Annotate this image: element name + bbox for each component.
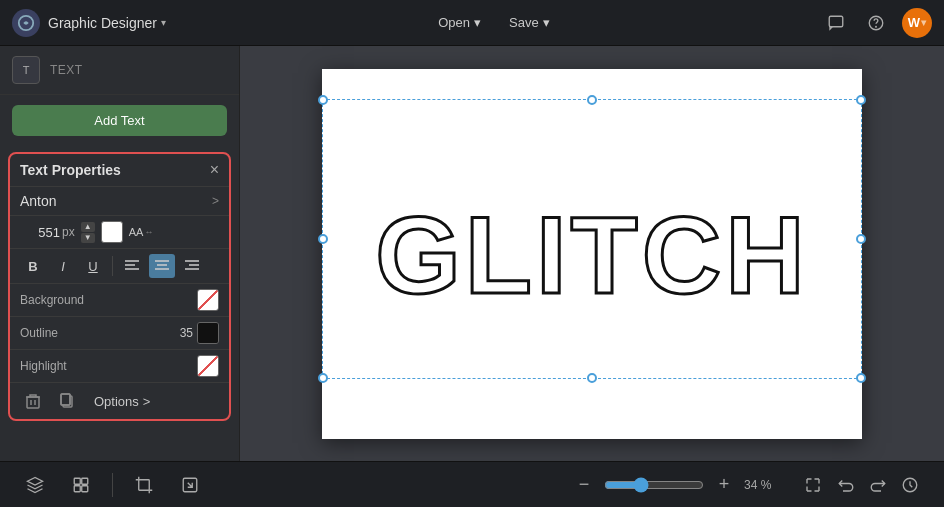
handle-middle-right[interactable] <box>856 234 866 244</box>
align-left-icon <box>125 259 139 274</box>
header-right: W ▾ <box>822 8 932 38</box>
handle-bottom-left[interactable] <box>318 373 328 383</box>
background-row: Background <box>10 284 229 317</box>
zoom-out-button[interactable]: − <box>572 473 596 497</box>
size-unit: px <box>62 225 75 239</box>
swatch-null-indicator <box>198 290 218 310</box>
save-button[interactable]: Save ▾ <box>499 11 560 34</box>
bottom-separator-1 <box>112 473 113 497</box>
sidebar-section-label: TEXT <box>50 63 83 77</box>
zoom-label: 34 % <box>744 478 782 492</box>
grid-button[interactable] <box>66 470 96 500</box>
align-right-icon <box>185 259 199 274</box>
app-name-label: Graphic Designer <box>48 15 157 31</box>
handle-top-right[interactable] <box>856 95 866 105</box>
text-props-title: Text Properties <box>20 162 121 178</box>
svg-rect-22 <box>74 485 80 491</box>
duplicate-button[interactable] <box>54 389 80 413</box>
highlight-row: Highlight <box>10 350 229 383</box>
style-separator <box>112 256 113 276</box>
size-input[interactable] <box>20 225 60 240</box>
handle-bottom-center[interactable] <box>587 373 597 383</box>
svg-rect-1 <box>829 16 843 27</box>
zoom-controls: − + 34 % <box>572 473 782 497</box>
size-down-button[interactable]: ▼ <box>81 233 95 243</box>
add-text-button[interactable]: Add Text <box>12 105 227 136</box>
align-center-icon <box>155 259 169 274</box>
highlight-label: Highlight <box>20 359 197 373</box>
timer-button[interactable] <box>896 471 924 499</box>
svg-point-3 <box>876 26 877 27</box>
chat-icon-button[interactable] <box>822 9 850 37</box>
highlight-swatch[interactable] <box>197 355 219 377</box>
size-arrows: ▲ ▼ <box>81 222 95 243</box>
open-button[interactable]: Open ▾ <box>428 11 491 34</box>
svg-rect-23 <box>82 485 88 491</box>
header-center: Open ▾ Save ▾ <box>166 11 822 34</box>
size-input-wrap: px <box>20 225 75 240</box>
undo-button[interactable] <box>832 471 860 499</box>
size-row: px ▲ ▼ AA ↔ <box>10 216 229 249</box>
options-chevron-icon: > <box>143 394 151 409</box>
background-label: Background <box>20 293 197 307</box>
size-up-button[interactable]: ▲ <box>81 222 95 232</box>
sidebar-top: T TEXT <box>0 46 239 95</box>
bold-button[interactable]: B <box>20 254 46 278</box>
zoom-slider[interactable] <box>604 477 704 493</box>
zoom-plus-icon: + <box>719 474 730 495</box>
align-center-button[interactable] <box>149 254 175 278</box>
canvas-frame[interactable]: GLITCH <box>322 69 862 439</box>
options-button[interactable]: Options > <box>88 390 156 413</box>
redo-button[interactable] <box>864 471 892 499</box>
undo-redo-controls <box>798 470 924 500</box>
outline-color-indicator <box>198 323 218 343</box>
zoom-in-button[interactable]: + <box>712 473 736 497</box>
font-name-label: Anton <box>20 193 212 209</box>
avatar[interactable]: W ▾ <box>902 8 932 38</box>
delete-button[interactable] <box>20 389 46 413</box>
avatar-initials: W <box>908 15 920 30</box>
crop-button[interactable] <box>129 470 159 500</box>
text-properties-panel: Text Properties × Anton > px ▲ ▼ <box>8 152 231 421</box>
open-chevron: ▾ <box>474 15 481 30</box>
align-right-button[interactable] <box>179 254 205 278</box>
italic-button[interactable]: I <box>50 254 76 278</box>
aa-button[interactable]: AA ↔ <box>129 226 154 238</box>
handle-bottom-right[interactable] <box>856 373 866 383</box>
canvas-area: GLITCH <box>240 46 944 461</box>
app-logo <box>12 9 40 37</box>
svg-rect-13 <box>27 397 39 408</box>
text-section-icon: T <box>12 56 40 84</box>
outline-swatch[interactable] <box>197 322 219 344</box>
zoom-minus-icon: − <box>579 474 590 495</box>
svg-rect-21 <box>82 478 88 484</box>
text-color-swatch[interactable] <box>101 221 123 243</box>
export-button[interactable] <box>175 470 205 500</box>
italic-icon: I <box>61 259 65 274</box>
align-left-button[interactable] <box>119 254 145 278</box>
style-row: B I U <box>10 249 229 284</box>
underline-button[interactable]: U <box>80 254 106 278</box>
save-label: Save <box>509 15 539 30</box>
canvas-text[interactable]: GLITCH <box>375 190 808 317</box>
resize-button[interactable] <box>798 470 828 500</box>
props-bottom: Options > <box>10 383 229 419</box>
handle-top-center[interactable] <box>587 95 597 105</box>
help-icon-button[interactable] <box>862 9 890 37</box>
save-chevron: ▾ <box>543 15 550 30</box>
open-label: Open <box>438 15 470 30</box>
aa-icon: AA <box>129 226 144 238</box>
outline-label: Outline <box>20 326 180 340</box>
app-name[interactable]: Graphic Designer ▾ <box>48 15 166 31</box>
options-label: Options <box>94 394 139 409</box>
font-chevron-icon: > <box>212 194 219 208</box>
layers-button[interactable] <box>20 470 50 500</box>
underline-icon: U <box>88 259 97 274</box>
close-panel-button[interactable]: × <box>210 162 219 178</box>
background-swatch[interactable] <box>197 289 219 311</box>
handle-middle-left[interactable] <box>318 234 328 244</box>
bold-icon: B <box>28 259 37 274</box>
svg-rect-20 <box>74 478 80 484</box>
handle-top-left[interactable] <box>318 95 328 105</box>
font-row[interactable]: Anton > <box>10 187 229 216</box>
